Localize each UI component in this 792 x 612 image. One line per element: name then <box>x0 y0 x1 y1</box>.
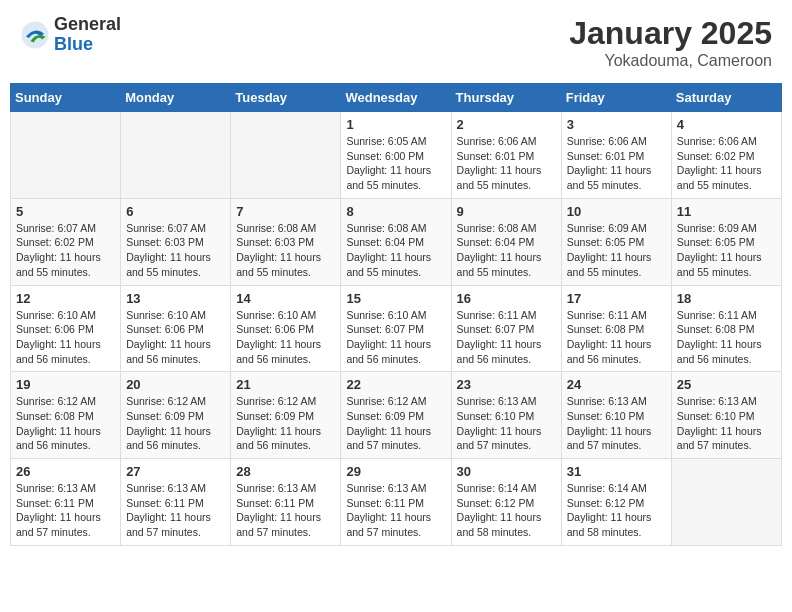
day-number: 28 <box>236 464 335 479</box>
calendar-cell: 30Sunrise: 6:14 AM Sunset: 6:12 PM Dayli… <box>451 459 561 546</box>
day-info: Sunrise: 6:06 AM Sunset: 6:01 PM Dayligh… <box>457 134 556 193</box>
day-number: 31 <box>567 464 666 479</box>
day-info: Sunrise: 6:09 AM Sunset: 6:05 PM Dayligh… <box>677 221 776 280</box>
day-number: 25 <box>677 377 776 392</box>
calendar-cell: 31Sunrise: 6:14 AM Sunset: 6:12 PM Dayli… <box>561 459 671 546</box>
day-number: 22 <box>346 377 445 392</box>
week-row-1: 1Sunrise: 6:05 AM Sunset: 6:00 PM Daylig… <box>11 112 782 199</box>
calendar-cell: 12Sunrise: 6:10 AM Sunset: 6:06 PM Dayli… <box>11 285 121 372</box>
day-number: 2 <box>457 117 556 132</box>
calendar-cell <box>121 112 231 199</box>
day-number: 14 <box>236 291 335 306</box>
day-header-tuesday: Tuesday <box>231 84 341 112</box>
day-info: Sunrise: 6:10 AM Sunset: 6:07 PM Dayligh… <box>346 308 445 367</box>
day-info: Sunrise: 6:07 AM Sunset: 6:02 PM Dayligh… <box>16 221 115 280</box>
calendar-cell: 15Sunrise: 6:10 AM Sunset: 6:07 PM Dayli… <box>341 285 451 372</box>
calendar-cell: 16Sunrise: 6:11 AM Sunset: 6:07 PM Dayli… <box>451 285 561 372</box>
day-info: Sunrise: 6:06 AM Sunset: 6:02 PM Dayligh… <box>677 134 776 193</box>
calendar-cell <box>671 459 781 546</box>
day-info: Sunrise: 6:07 AM Sunset: 6:03 PM Dayligh… <box>126 221 225 280</box>
week-row-4: 19Sunrise: 6:12 AM Sunset: 6:08 PM Dayli… <box>11 372 782 459</box>
calendar-cell: 19Sunrise: 6:12 AM Sunset: 6:08 PM Dayli… <box>11 372 121 459</box>
calendar-subtitle: Yokadouma, Cameroon <box>569 52 772 70</box>
day-number: 15 <box>346 291 445 306</box>
calendar-cell: 21Sunrise: 6:12 AM Sunset: 6:09 PM Dayli… <box>231 372 341 459</box>
title-block: January 2025 Yokadouma, Cameroon <box>569 15 772 70</box>
calendar-cell: 10Sunrise: 6:09 AM Sunset: 6:05 PM Dayli… <box>561 198 671 285</box>
calendar-cell: 13Sunrise: 6:10 AM Sunset: 6:06 PM Dayli… <box>121 285 231 372</box>
week-row-5: 26Sunrise: 6:13 AM Sunset: 6:11 PM Dayli… <box>11 459 782 546</box>
day-number: 10 <box>567 204 666 219</box>
calendar-cell <box>231 112 341 199</box>
week-row-2: 5Sunrise: 6:07 AM Sunset: 6:02 PM Daylig… <box>11 198 782 285</box>
calendar-cell: 27Sunrise: 6:13 AM Sunset: 6:11 PM Dayli… <box>121 459 231 546</box>
day-info: Sunrise: 6:06 AM Sunset: 6:01 PM Dayligh… <box>567 134 666 193</box>
day-header-saturday: Saturday <box>671 84 781 112</box>
days-header-row: SundayMondayTuesdayWednesdayThursdayFrid… <box>11 84 782 112</box>
calendar-cell: 26Sunrise: 6:13 AM Sunset: 6:11 PM Dayli… <box>11 459 121 546</box>
day-number: 30 <box>457 464 556 479</box>
day-number: 24 <box>567 377 666 392</box>
calendar-cell: 8Sunrise: 6:08 AM Sunset: 6:04 PM Daylig… <box>341 198 451 285</box>
calendar-cell: 6Sunrise: 6:07 AM Sunset: 6:03 PM Daylig… <box>121 198 231 285</box>
page-header: General Blue January 2025 Yokadouma, Cam… <box>10 10 782 75</box>
day-info: Sunrise: 6:13 AM Sunset: 6:10 PM Dayligh… <box>567 394 666 453</box>
day-info: Sunrise: 6:13 AM Sunset: 6:11 PM Dayligh… <box>126 481 225 540</box>
svg-point-0 <box>22 21 49 48</box>
logo-icon <box>20 20 50 50</box>
day-number: 27 <box>126 464 225 479</box>
day-number: 23 <box>457 377 556 392</box>
day-number: 4 <box>677 117 776 132</box>
day-info: Sunrise: 6:12 AM Sunset: 6:08 PM Dayligh… <box>16 394 115 453</box>
day-info: Sunrise: 6:08 AM Sunset: 6:04 PM Dayligh… <box>346 221 445 280</box>
day-info: Sunrise: 6:09 AM Sunset: 6:05 PM Dayligh… <box>567 221 666 280</box>
day-number: 17 <box>567 291 666 306</box>
calendar-title: January 2025 <box>569 15 772 52</box>
day-info: Sunrise: 6:08 AM Sunset: 6:04 PM Dayligh… <box>457 221 556 280</box>
logo-blue-text: Blue <box>54 35 121 55</box>
day-info: Sunrise: 6:14 AM Sunset: 6:12 PM Dayligh… <box>567 481 666 540</box>
day-info: Sunrise: 6:14 AM Sunset: 6:12 PM Dayligh… <box>457 481 556 540</box>
day-info: Sunrise: 6:11 AM Sunset: 6:08 PM Dayligh… <box>677 308 776 367</box>
day-header-thursday: Thursday <box>451 84 561 112</box>
calendar-body: 1Sunrise: 6:05 AM Sunset: 6:00 PM Daylig… <box>11 112 782 546</box>
day-info: Sunrise: 6:13 AM Sunset: 6:10 PM Dayligh… <box>457 394 556 453</box>
day-info: Sunrise: 6:10 AM Sunset: 6:06 PM Dayligh… <box>16 308 115 367</box>
day-number: 11 <box>677 204 776 219</box>
day-info: Sunrise: 6:12 AM Sunset: 6:09 PM Dayligh… <box>346 394 445 453</box>
day-number: 26 <box>16 464 115 479</box>
calendar-cell: 9Sunrise: 6:08 AM Sunset: 6:04 PM Daylig… <box>451 198 561 285</box>
day-info: Sunrise: 6:13 AM Sunset: 6:11 PM Dayligh… <box>346 481 445 540</box>
day-header-friday: Friday <box>561 84 671 112</box>
day-info: Sunrise: 6:08 AM Sunset: 6:03 PM Dayligh… <box>236 221 335 280</box>
day-number: 5 <box>16 204 115 219</box>
day-info: Sunrise: 6:13 AM Sunset: 6:10 PM Dayligh… <box>677 394 776 453</box>
calendar-cell: 23Sunrise: 6:13 AM Sunset: 6:10 PM Dayli… <box>451 372 561 459</box>
day-info: Sunrise: 6:11 AM Sunset: 6:08 PM Dayligh… <box>567 308 666 367</box>
week-row-3: 12Sunrise: 6:10 AM Sunset: 6:06 PM Dayli… <box>11 285 782 372</box>
calendar-cell: 17Sunrise: 6:11 AM Sunset: 6:08 PM Dayli… <box>561 285 671 372</box>
day-number: 7 <box>236 204 335 219</box>
calendar-cell: 24Sunrise: 6:13 AM Sunset: 6:10 PM Dayli… <box>561 372 671 459</box>
day-number: 1 <box>346 117 445 132</box>
calendar-cell: 20Sunrise: 6:12 AM Sunset: 6:09 PM Dayli… <box>121 372 231 459</box>
logo: General Blue <box>20 15 121 55</box>
day-number: 12 <box>16 291 115 306</box>
calendar-cell: 2Sunrise: 6:06 AM Sunset: 6:01 PM Daylig… <box>451 112 561 199</box>
day-number: 13 <box>126 291 225 306</box>
day-header-wednesday: Wednesday <box>341 84 451 112</box>
day-info: Sunrise: 6:12 AM Sunset: 6:09 PM Dayligh… <box>126 394 225 453</box>
logo-general-text: General <box>54 15 121 35</box>
calendar-cell: 22Sunrise: 6:12 AM Sunset: 6:09 PM Dayli… <box>341 372 451 459</box>
day-number: 3 <box>567 117 666 132</box>
calendar-cell: 28Sunrise: 6:13 AM Sunset: 6:11 PM Dayli… <box>231 459 341 546</box>
day-number: 6 <box>126 204 225 219</box>
calendar-cell <box>11 112 121 199</box>
day-info: Sunrise: 6:05 AM Sunset: 6:00 PM Dayligh… <box>346 134 445 193</box>
calendar-cell: 5Sunrise: 6:07 AM Sunset: 6:02 PM Daylig… <box>11 198 121 285</box>
day-info: Sunrise: 6:13 AM Sunset: 6:11 PM Dayligh… <box>16 481 115 540</box>
day-number: 18 <box>677 291 776 306</box>
day-number: 29 <box>346 464 445 479</box>
day-header-monday: Monday <box>121 84 231 112</box>
day-info: Sunrise: 6:12 AM Sunset: 6:09 PM Dayligh… <box>236 394 335 453</box>
